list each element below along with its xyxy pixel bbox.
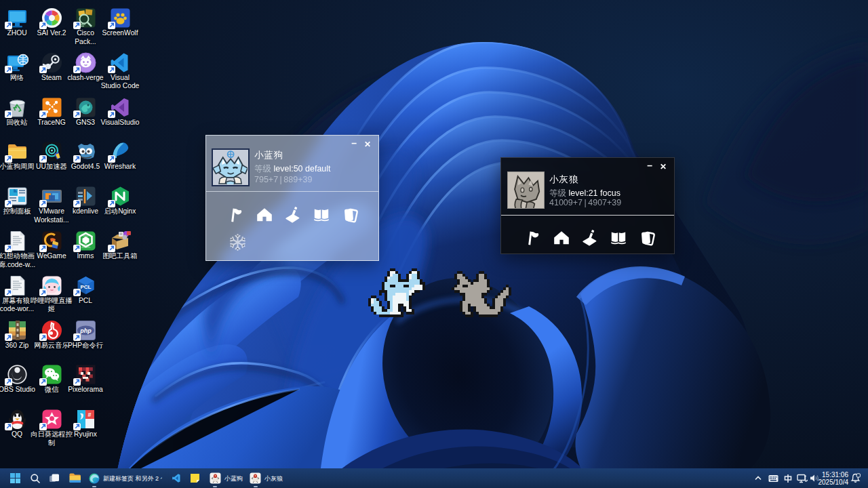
svg-text:PCL: PCL <box>80 284 91 290</box>
svg-text:php: php <box>79 327 92 334</box>
svg-text:#: # <box>87 411 91 418</box>
